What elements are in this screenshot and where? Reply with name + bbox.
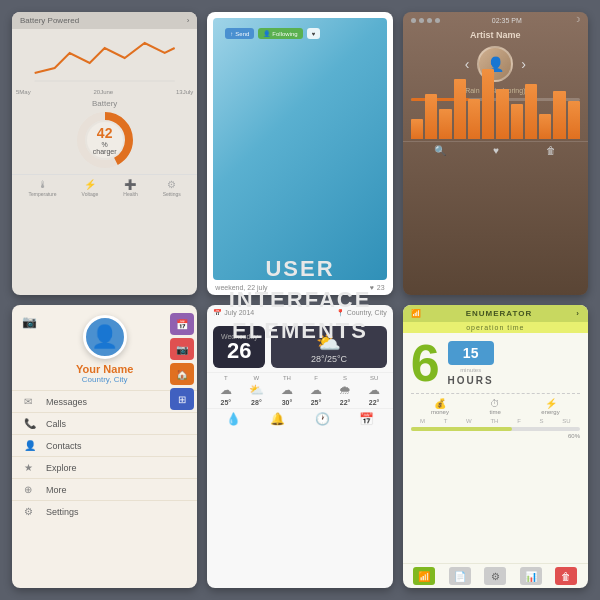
energy-icon: ⚡ [545, 398, 557, 409]
enum-slider-area: 60% [403, 425, 588, 441]
time-label: time [489, 409, 500, 415]
enum-btn-gray-3[interactable]: 📊 [520, 567, 542, 585]
enum-day-0: M [420, 418, 425, 424]
clock-icon: 🕐 [315, 412, 330, 426]
battery-percent-sym: % [102, 141, 108, 148]
weather-day-3: F ☁ 25° [310, 375, 322, 406]
weather-weekly: T ☁ 25° W ⛅ 28° TH ☁ 30° F ☁ 25° S 🌧 22°… [207, 372, 392, 408]
battery-label: Battery [92, 99, 117, 108]
tab-health-label: Health [123, 191, 137, 197]
next-button[interactable]: › [521, 56, 526, 72]
music-bar-6 [496, 89, 508, 139]
enum-hours-num: 6 [411, 337, 440, 389]
week-day-label: F [314, 375, 318, 381]
settings-icon: ⚙ [167, 179, 176, 190]
photo-likes: ♥ 23 [370, 284, 385, 291]
following-icon: 👤 [263, 30, 270, 37]
right-tab-camera[interactable]: 📷 [170, 338, 194, 360]
week-day-label: TH [283, 375, 291, 381]
dot-3 [427, 18, 432, 23]
enum-day-2: W [466, 418, 472, 424]
like-button[interactable]: ♥ [307, 28, 321, 39]
enum-slider-track[interactable] [411, 427, 580, 431]
money-label: money [431, 409, 449, 415]
tab-temperature[interactable]: 🌡 Temperature [29, 179, 57, 197]
send-icon: ↑ [230, 31, 233, 37]
enum-btn-red[interactable]: 🗑 [555, 567, 577, 585]
favorite-button[interactable]: ♥ [493, 145, 499, 156]
right-tab-home[interactable]: 🏠 [170, 363, 194, 385]
week-day-temp: 28° [251, 399, 262, 406]
week-day-temp: 25° [221, 399, 232, 406]
enum-subheader: operation time [403, 322, 588, 333]
enum-slider-label: 60% [411, 433, 580, 439]
week-day-icon: ☁ [368, 383, 380, 397]
week-day-icon: 🌧 [339, 383, 351, 397]
enum-day-3: TH [490, 418, 498, 424]
profile-name: Your Name [76, 363, 133, 375]
heart-icon: ♥ [312, 31, 316, 37]
battery-chart [20, 33, 189, 83]
search-button[interactable]: 🔍 [434, 145, 446, 156]
music-bar-7 [511, 104, 523, 139]
send-label: Send [235, 31, 249, 37]
settings-label: Settings [46, 507, 79, 517]
panel-enum: 📶 ENUMERATOR › operation time 6 15 minut… [403, 305, 588, 588]
moon-icon: ☽ [574, 16, 580, 24]
music-avatar-area: ‹ 👤 › [403, 42, 588, 86]
music-bar-10 [553, 91, 565, 139]
music-bars [403, 101, 588, 141]
enum-minutes-label: minutes [448, 367, 494, 373]
panel-weather: 📅 July 2014 📍 Country, City Wednesday 26… [207, 305, 392, 588]
right-tab-grid[interactable]: ⊞ [170, 388, 194, 410]
enum-icons-row: 💰 money ⏱ time ⚡ energy [403, 396, 588, 417]
battery-circle-area: Battery 42 % charger [12, 95, 197, 172]
music-bar-8 [525, 84, 537, 139]
enum-divider [411, 393, 580, 394]
enum-minutes-num: 15 [463, 345, 479, 361]
week-day-icon: ⛅ [249, 383, 264, 397]
enum-slider-fill [411, 427, 513, 431]
right-tab-calendar[interactable]: 📅 [170, 313, 194, 335]
enum-hours-label: HOURS [448, 375, 494, 386]
heart-icon-meta: ♥ [370, 284, 374, 291]
following-button[interactable]: 👤 Following [258, 28, 302, 39]
week-day-temp: 25° [311, 399, 322, 406]
prev-button[interactable]: ‹ [465, 56, 470, 72]
weather-date-num: 26 [227, 340, 251, 362]
music-bar-1 [425, 94, 437, 139]
enum-btn-green[interactable]: 📶 [413, 567, 435, 585]
enum-btn-gray-1[interactable]: 📄 [449, 567, 471, 585]
enum-days-row: MTWTHFSSU [403, 417, 588, 425]
week-day-temp: 22° [369, 399, 380, 406]
enum-time: ⏱ time [489, 398, 500, 415]
drop-icon: 💧 [226, 412, 241, 426]
tab-voltage[interactable]: ⚡ Voltage [82, 179, 99, 197]
photo-actions: ↑ Send 👤 Following ♥ [219, 24, 326, 39]
tab-health[interactable]: ➕ Health [123, 179, 137, 197]
messages-icon: ✉ [24, 396, 38, 407]
panel-battery: Battery Powered › 5May 20June 13July Bat… [12, 12, 197, 295]
battery-top-bar: Battery Powered › [12, 12, 197, 29]
thermometer-icon: 🌡 [38, 179, 48, 190]
enum-header: 📶 ENUMERATOR › [403, 305, 588, 322]
tab-settings[interactable]: ⚙ Settings [163, 179, 181, 197]
main-container: Battery Powered › 5May 20June 13July Bat… [0, 0, 600, 600]
time-icon: ⏱ [490, 398, 500, 409]
music-dots [411, 18, 440, 23]
weather-date-label: 📅 July 2014 [213, 309, 254, 317]
music-bar-11 [568, 101, 580, 139]
music-artist: Artist Name [403, 28, 588, 42]
explore-label: Explore [46, 463, 77, 473]
enum-btn-gray-2[interactable]: ⚙ [484, 567, 506, 585]
photo-meta: weekend, 22 july ♥ 23 [207, 280, 392, 295]
weather-location-bar: 📅 July 2014 📍 Country, City [207, 305, 392, 320]
bell-icon: 🔔 [270, 412, 285, 426]
calendar-icon: 📅 [213, 309, 222, 316]
settings-nav-icon: ⚙ [24, 506, 38, 517]
weather-bottom-icons: 💧 🔔 🕐 📅 [207, 408, 392, 428]
send-button[interactable]: ↑ Send [225, 28, 254, 39]
week-day-label: S [343, 375, 347, 381]
delete-button[interactable]: 🗑 [546, 145, 556, 156]
weather-top: Wednesday 26 ⛅ 28°/25°C [207, 320, 392, 372]
